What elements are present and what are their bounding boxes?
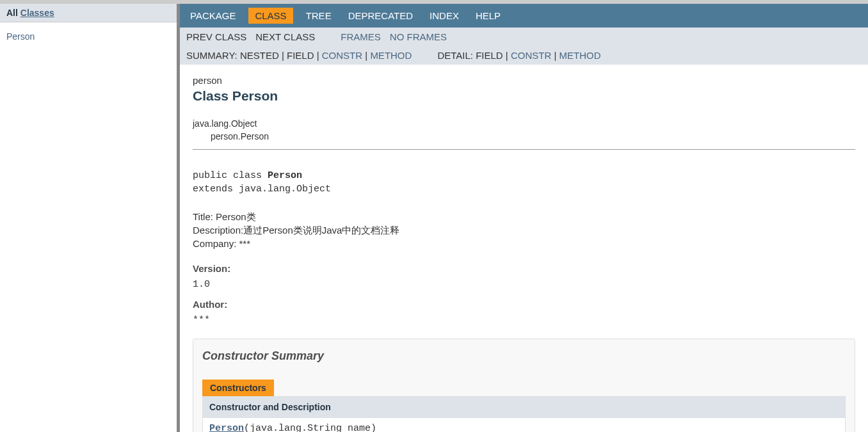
nav-package[interactable]: PACKAGE xyxy=(186,8,239,24)
class-list: Person xyxy=(0,22,177,51)
summary-label: SUMMARY: xyxy=(186,50,237,61)
right-panel: PACKAGE CLASS TREE DEPRECATED INDEX HELP… xyxy=(177,4,868,432)
version-value: 1.0 xyxy=(193,279,855,290)
author-label: Author: xyxy=(193,299,855,310)
detail-field: FIELD xyxy=(476,50,503,61)
constructor-signature: Person(java.lang.String name) xyxy=(209,423,839,432)
doc-company-line: Company: *** xyxy=(193,237,855,250)
summary-constr[interactable]: CONSTR xyxy=(322,50,362,61)
nav-help[interactable]: HELP xyxy=(472,8,504,24)
class-title: Class Person xyxy=(193,88,855,104)
detail-method[interactable]: METHOD xyxy=(559,50,600,61)
version-section: Version: 1.0 xyxy=(193,263,855,290)
version-label: Version: xyxy=(193,263,855,274)
doc-title-line: Title: Person类 xyxy=(193,210,855,223)
content: person Class Person java.lang.Object per… xyxy=(180,65,868,432)
nav-index[interactable]: INDEX xyxy=(426,8,463,24)
frames-link[interactable]: FRAMES xyxy=(341,31,381,42)
summary-field: FIELD xyxy=(287,50,314,61)
classes-link[interactable]: Classes xyxy=(20,8,54,18)
detail-group: DETAIL: FIELD | CONSTR | METHOD xyxy=(437,50,600,61)
inheritance-parent: java.lang.Object xyxy=(193,118,855,131)
class-list-item[interactable]: Person xyxy=(6,31,35,42)
constructor-name-link[interactable]: Person xyxy=(209,423,244,432)
top-nav: PACKAGE CLASS TREE DEPRECATED INDEX HELP xyxy=(180,4,868,28)
doc-desc-line: Description:通过Person类说明Java中的文档注释 xyxy=(193,223,855,237)
decl-line1: public class Person xyxy=(193,169,855,182)
left-panel: All Classes Person xyxy=(0,4,177,432)
all-label: All xyxy=(6,8,20,18)
prev-class: PREV CLASS xyxy=(186,31,246,42)
constructor-summary: Constructor Summary Constructors Constru… xyxy=(193,339,855,432)
package-name: person xyxy=(193,75,855,86)
decl-line2: extends java.lang.Object xyxy=(193,182,855,196)
summary-nav: SUMMARY: NESTED | FIELD | CONSTR | METHO… xyxy=(180,46,868,65)
table-row: Person(java.lang.String name) 这个是Person类… xyxy=(203,418,846,432)
constructors-tab: Constructors xyxy=(202,380,274,396)
constructor-table: Constructor and Description Person(java.… xyxy=(202,396,846,432)
nav-class-selected: CLASS xyxy=(248,8,293,24)
nav-tree[interactable]: TREE xyxy=(302,8,335,24)
no-frames-link[interactable]: NO FRAMES xyxy=(390,31,447,42)
author-value: *** xyxy=(193,315,855,326)
detail-constr[interactable]: CONSTR xyxy=(511,50,551,61)
constructor-cell: Person(java.lang.String name) 这个是Person类… xyxy=(203,418,846,432)
left-panel-header: All Classes xyxy=(0,4,177,22)
next-class: NEXT CLASS xyxy=(255,31,315,42)
inheritance-tree: java.lang.Object person.Person xyxy=(193,118,855,143)
main-container: All Classes Person PACKAGE CLASS TREE DE… xyxy=(0,4,868,432)
detail-label: DETAIL: xyxy=(437,50,473,61)
constructor-summary-title: Constructor Summary xyxy=(202,349,846,363)
constructor-table-header: Constructor and Description xyxy=(203,397,846,418)
author-section: Author: *** xyxy=(193,299,855,326)
sub-nav: PREV CLASS NEXT CLASS FRAMES NO FRAMES xyxy=(180,28,868,46)
summary-group: SUMMARY: NESTED | FIELD | CONSTR | METHO… xyxy=(186,50,412,61)
frames-nav: FRAMES NO FRAMES xyxy=(341,31,447,42)
nav-deprecated[interactable]: DEPRECATED xyxy=(344,8,417,24)
summary-nested: NESTED xyxy=(240,50,279,61)
constructor-params: (java.lang.String name) xyxy=(244,423,376,432)
summary-method[interactable]: METHOD xyxy=(370,50,412,61)
doc-description: Title: Person类 Description:通过Person类说明Ja… xyxy=(193,210,855,250)
class-declaration: public class Person extends java.lang.Ob… xyxy=(193,169,855,196)
inheritance-child: person.Person xyxy=(211,131,855,143)
divider xyxy=(193,149,855,150)
